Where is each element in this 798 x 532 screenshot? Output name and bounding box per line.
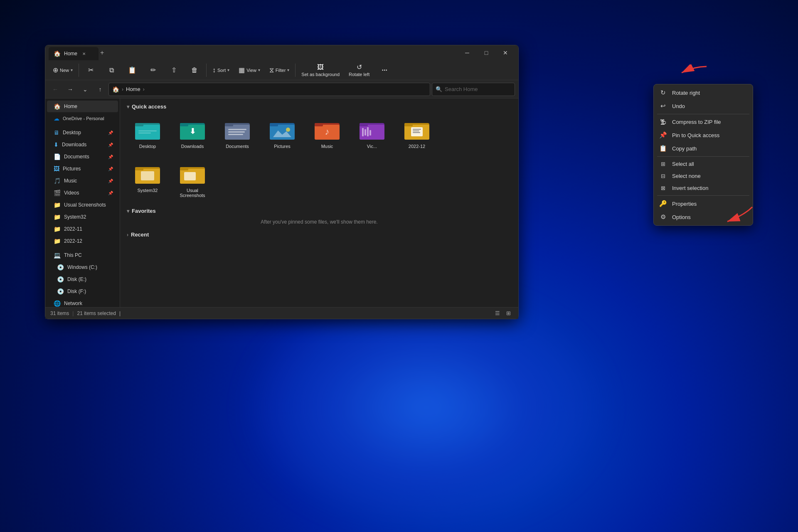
back-btn[interactable]: ← [49,83,62,96]
menu-divider-1 [657,114,749,114]
new-label: New [60,68,69,73]
rotate-left-btn[interactable]: ↺ Rotate left [345,62,374,79]
tab-close-btn[interactable]: ✕ [82,52,86,56]
delete-btn[interactable]: 🗑 [185,62,204,79]
minimize-btn[interactable]: ─ [458,45,477,60]
sidebar-label-home: Home [64,103,77,109]
sidebar-item-downloads[interactable]: ⬇ Downloads 📌 [47,139,118,150]
folder-music[interactable]: ♪ Music [306,115,348,152]
sidebar-item-disk-e[interactable]: 💿 Disk (E:) [47,273,118,285]
svg-rect-29 [367,127,369,136]
copy-btn[interactable]: ⧉ [101,62,121,79]
svg-point-19 [286,128,290,132]
compress-zip-icon: 🗜 [659,118,667,126]
folder-usual-screenshots[interactable]: Usual Screenshots [172,159,213,201]
quick-access-label: Quick access [132,103,166,110]
sidebar-label-downloads: Downloads [62,142,86,148]
folder-2022-12-special-icon [402,118,432,141]
sidebar-item-windows-c[interactable]: 💿 Windows (C:) [47,261,118,273]
sort-icon: ↕ [212,66,216,74]
folder-pictures[interactable]: Pictures [261,115,303,152]
folder-2022-12-special[interactable]: 2022-12 [396,115,438,152]
sidebar-item-this-pc[interactable]: 💻 This PC [47,249,118,261]
active-tab[interactable]: 🏠 Home ✕ [49,47,99,60]
grid-view-btn[interactable]: ⊞ [503,309,513,318]
folder-2022-12-special-label: 2022-12 [409,144,425,149]
close-btn[interactable]: ✕ [496,45,515,60]
menu-item-rotate-right[interactable]: ↻ Rotate right [654,86,753,99]
sidebar-item-disk-f[interactable]: 💿 Disk (F:) [47,286,118,297]
filter-btn[interactable]: ⧖ Filter ▾ [265,62,293,79]
sidebar-item-pictures[interactable]: 🖼 Pictures 📌 [47,163,118,175]
paste-btn[interactable]: 📋 [122,62,142,79]
menu-item-invert-selection[interactable]: ⊠ Invert selection [654,182,753,194]
folder-videos-label: Vic... [367,144,377,149]
menu-label-invert-selection: Invert selection [672,185,708,191]
list-view-btn[interactable]: ☰ [493,309,502,318]
sidebar-item-home[interactable]: 🏠 Home [47,101,118,112]
sidebar-label-music: Music [64,178,77,184]
new-btn[interactable]: ⊕ New ▾ [49,62,77,79]
view-label: View [246,68,256,73]
rename-btn[interactable]: ✏ [143,62,163,79]
sidebar-item-2022-11[interactable]: 📁 2022-11 [47,223,118,235]
set-background-label: Set as background [301,72,340,77]
sidebar-item-network[interactable]: 🌐 Network [47,298,118,307]
menu-divider-3 [657,195,749,196]
address-path[interactable]: 🏠 › Home › [108,83,430,96]
new-arrow-icon: ▾ [71,68,73,72]
view-btn[interactable]: ▦ View ▾ [234,62,264,79]
sidebar-item-usual-screenshots[interactable]: 📁 Usual Screenshots [47,199,118,211]
toolbar-divider-1 [79,64,79,77]
search-box[interactable]: 🔍 Search Home [432,83,515,96]
sidebar-item-documents[interactable]: 📄 Documents 📌 [47,151,118,163]
folder-documents[interactable]: Documents [217,115,258,152]
pin-quick-access-icon: 📌 [659,131,667,139]
home-icon: 🏠 [54,103,61,110]
menu-divider-2 [657,156,749,157]
undo-icon: ↩ [659,102,667,110]
sidebar-item-music[interactable]: 🎵 Music 📌 [47,175,118,187]
forward-btn[interactable]: → [64,83,77,96]
red-arrow-2 [719,203,756,228]
menu-item-select-none[interactable]: ⊟ Select none [654,170,753,182]
folder-desktop[interactable]: Desktop [127,115,168,152]
onedrive-icon: ☁ [54,115,59,122]
folder-system32[interactable]: System32 [127,159,168,201]
search-placeholder: Search Home [445,86,478,92]
up-btn[interactable]: ↑ [94,83,107,96]
window-controls: ─ □ ✕ [458,45,515,60]
recent-locations-btn[interactable]: ⌄ [79,83,92,96]
menu-item-select-all[interactable]: ⊞ Select all [654,158,753,170]
set-background-icon: 🖼 [317,64,324,71]
menu-item-pin-quick-access[interactable]: 📌 Pin to Quick access [654,128,753,142]
folder-videos[interactable]: Vic... [351,115,393,152]
add-tab-btn[interactable]: + [100,49,104,57]
menu-item-compress-zip[interactable]: 🗜 Compress to ZIP file [654,116,753,128]
sort-btn[interactable]: ↕ Sort ▾ [208,62,234,79]
music-folder-icon: 🎵 [54,177,61,184]
menu-item-copy-path[interactable]: 📋 Copy path [654,142,753,155]
sidebar-item-desktop[interactable]: 🖥 Desktop 📌 [47,127,118,138]
pin-icon-desktop: 📌 [108,131,113,135]
favorites-header[interactable]: ▾ Favorites [127,208,512,214]
sidebar-item-onedrive[interactable]: ☁ OneDrive - Personal [47,113,118,124]
recent-header[interactable]: › Recent [127,232,512,238]
share-btn[interactable]: ⇧ [164,62,184,79]
filter-label: Filter [276,68,286,73]
share-icon: ⇧ [171,66,177,74]
cut-btn[interactable]: ✂ [81,62,101,79]
folder-downloads[interactable]: ⬇ Downloads [172,115,213,152]
sidebar-item-system32[interactable]: 📁 System32 [47,211,118,223]
favorites-empty-message: After you've pinned some files, we'll sh… [127,219,512,225]
quick-access-header[interactable]: ▾ Quick access [127,103,512,110]
filter-icon: ⧖ [269,66,274,74]
more-btn[interactable]: ··· [374,62,394,79]
menu-item-undo[interactable]: ↩ Undo [654,99,753,113]
sidebar-label-videos: Videos [64,190,79,196]
sidebar-item-2022-12[interactable]: 📁 2022-12 [47,235,118,247]
set-background-btn[interactable]: 🖼 Set as background [297,62,344,79]
sidebar-item-videos[interactable]: 🎬 Videos 📌 [47,187,118,199]
rotate-left-icon: ↺ [357,63,362,71]
maximize-btn[interactable]: □ [477,45,496,60]
